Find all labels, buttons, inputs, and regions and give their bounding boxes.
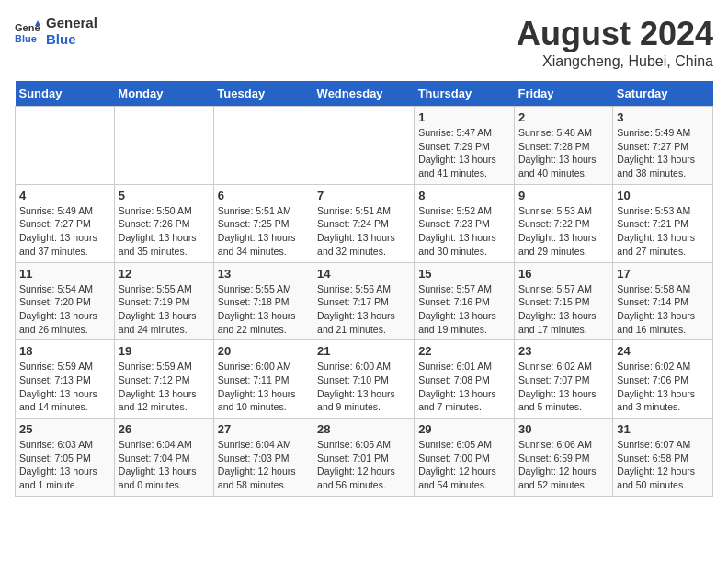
day-info: Sunrise: 6:04 AM Sunset: 7:04 PM Dayligh… — [119, 438, 210, 492]
day-info: Sunrise: 5:51 AM Sunset: 7:24 PM Dayligh… — [317, 204, 410, 259]
day-info: Sunrise: 5:58 AM Sunset: 7:14 PM Dayligh… — [617, 282, 709, 337]
calendar-cell: 6Sunrise: 5:51 AM Sunset: 7:25 PM Daylig… — [213, 184, 313, 262]
day-number: 22 — [418, 344, 510, 358]
calendar-cell: 17Sunrise: 5:58 AM Sunset: 7:14 PM Dayli… — [613, 262, 713, 340]
col-header-thursday: Thursday — [415, 81, 515, 107]
logo-line2: Blue — [46, 31, 97, 48]
calendar-cell: 29Sunrise: 6:05 AM Sunset: 7:00 PM Dayli… — [415, 419, 515, 497]
day-info: Sunrise: 5:55 AM Sunset: 7:18 PM Dayligh… — [218, 282, 309, 337]
calendar-cell: 11Sunrise: 5:54 AM Sunset: 7:20 PM Dayli… — [16, 262, 115, 340]
calendar-cell — [114, 107, 213, 185]
calendar-cell: 4Sunrise: 5:49 AM Sunset: 7:27 PM Daylig… — [16, 184, 115, 262]
calendar-cell: 21Sunrise: 6:00 AM Sunset: 7:10 PM Dayli… — [313, 340, 415, 419]
day-info: Sunrise: 5:59 AM Sunset: 7:12 PM Dayligh… — [119, 360, 210, 414]
day-info: Sunrise: 6:02 AM Sunset: 7:07 PM Dayligh… — [518, 360, 609, 414]
day-info: Sunrise: 5:47 AM Sunset: 7:29 PM Dayligh… — [418, 126, 510, 180]
day-info: Sunrise: 5:56 AM Sunset: 7:17 PM Dayligh… — [317, 282, 410, 337]
day-info: Sunrise: 5:54 AM Sunset: 7:20 PM Dayligh… — [19, 282, 110, 337]
calendar-cell — [313, 107, 415, 185]
calendar-cell: 22Sunrise: 6:01 AM Sunset: 7:08 PM Dayli… — [415, 340, 515, 419]
day-number: 7 — [317, 189, 410, 202]
day-info: Sunrise: 5:49 AM Sunset: 7:27 PM Dayligh… — [617, 126, 709, 180]
calendar-cell: 18Sunrise: 5:59 AM Sunset: 7:13 PM Dayli… — [16, 340, 115, 419]
day-number: 1 — [418, 110, 510, 124]
day-info: Sunrise: 6:05 AM Sunset: 7:01 PM Dayligh… — [317, 438, 410, 492]
calendar-table: SundayMondayTuesdayWednesdayThursdayFrid… — [15, 81, 713, 497]
calendar-cell: 16Sunrise: 5:57 AM Sunset: 7:15 PM Dayli… — [514, 262, 612, 340]
day-info: Sunrise: 6:04 AM Sunset: 7:03 PM Dayligh… — [218, 438, 309, 492]
day-number: 25 — [19, 422, 110, 436]
day-number: 4 — [19, 189, 110, 202]
calendar-cell: 10Sunrise: 5:53 AM Sunset: 7:21 PM Dayli… — [613, 184, 713, 262]
day-number: 27 — [218, 422, 309, 436]
col-header-monday: Monday — [114, 81, 213, 107]
col-header-saturday: Saturday — [613, 81, 713, 107]
logo: General Blue General Blue — [15, 15, 97, 48]
calendar-cell: 28Sunrise: 6:05 AM Sunset: 7:01 PM Dayli… — [313, 419, 415, 497]
calendar-cell: 7Sunrise: 5:51 AM Sunset: 7:24 PM Daylig… — [313, 184, 415, 262]
logo-line1: General — [46, 15, 97, 31]
calendar-cell: 9Sunrise: 5:53 AM Sunset: 7:22 PM Daylig… — [514, 184, 612, 262]
day-number: 15 — [418, 267, 510, 281]
calendar-cell: 20Sunrise: 6:00 AM Sunset: 7:11 PM Dayli… — [213, 340, 313, 419]
col-header-wednesday: Wednesday — [313, 81, 415, 107]
day-number: 24 — [617, 344, 709, 358]
calendar-cell: 5Sunrise: 5:50 AM Sunset: 7:26 PM Daylig… — [114, 184, 213, 262]
calendar-cell: 2Sunrise: 5:48 AM Sunset: 7:28 PM Daylig… — [514, 107, 612, 185]
day-number: 20 — [218, 344, 309, 358]
day-info: Sunrise: 5:51 AM Sunset: 7:25 PM Dayligh… — [218, 204, 309, 259]
day-number: 2 — [518, 110, 609, 124]
calendar-cell: 15Sunrise: 5:57 AM Sunset: 7:16 PM Dayli… — [415, 262, 515, 340]
day-number: 18 — [19, 344, 110, 358]
calendar-cell — [16, 107, 115, 185]
day-info: Sunrise: 5:59 AM Sunset: 7:13 PM Dayligh… — [19, 360, 110, 414]
day-info: Sunrise: 6:07 AM Sunset: 6:58 PM Dayligh… — [617, 438, 709, 492]
calendar-cell: 13Sunrise: 5:55 AM Sunset: 7:18 PM Dayli… — [213, 262, 313, 340]
main-title: August 2024 — [517, 15, 713, 53]
svg-text:Blue: Blue — [15, 33, 37, 44]
day-number: 12 — [119, 267, 210, 281]
subtitle: Xiangcheng, Hubei, China — [517, 53, 713, 70]
day-info: Sunrise: 6:01 AM Sunset: 7:08 PM Dayligh… — [418, 360, 510, 414]
day-number: 26 — [119, 422, 210, 436]
day-number: 16 — [518, 267, 609, 281]
day-number: 19 — [119, 344, 210, 358]
day-number: 5 — [119, 189, 210, 202]
day-info: Sunrise: 6:00 AM Sunset: 7:10 PM Dayligh… — [317, 360, 410, 414]
day-number: 21 — [317, 344, 410, 358]
day-info: Sunrise: 5:57 AM Sunset: 7:16 PM Dayligh… — [418, 282, 510, 337]
day-info: Sunrise: 5:48 AM Sunset: 7:28 PM Dayligh… — [518, 126, 609, 180]
calendar-cell: 1Sunrise: 5:47 AM Sunset: 7:29 PM Daylig… — [415, 107, 515, 185]
day-number: 11 — [19, 267, 110, 281]
calendar-cell: 3Sunrise: 5:49 AM Sunset: 7:27 PM Daylig… — [613, 107, 713, 185]
day-number: 28 — [317, 422, 410, 436]
page-header: General Blue General Blue August 2024 Xi… — [15, 15, 713, 70]
day-number: 10 — [617, 189, 709, 202]
col-header-tuesday: Tuesday — [213, 81, 313, 107]
calendar-cell: 23Sunrise: 6:02 AM Sunset: 7:07 PM Dayli… — [514, 340, 612, 419]
calendar-cell: 26Sunrise: 6:04 AM Sunset: 7:04 PM Dayli… — [114, 419, 213, 497]
day-number: 23 — [518, 344, 609, 358]
calendar-cell: 19Sunrise: 5:59 AM Sunset: 7:12 PM Dayli… — [114, 340, 213, 419]
col-header-friday: Friday — [514, 81, 612, 107]
day-info: Sunrise: 5:53 AM Sunset: 7:21 PM Dayligh… — [617, 204, 709, 259]
logo-icon: General Blue — [15, 18, 40, 44]
day-info: Sunrise: 5:57 AM Sunset: 7:15 PM Dayligh… — [518, 282, 609, 337]
calendar-cell: 31Sunrise: 6:07 AM Sunset: 6:58 PM Dayli… — [613, 419, 713, 497]
day-info: Sunrise: 6:02 AM Sunset: 7:06 PM Dayligh… — [617, 360, 709, 414]
day-number: 14 — [317, 267, 410, 281]
day-number: 3 — [617, 110, 709, 124]
day-number: 8 — [418, 189, 510, 202]
calendar-cell: 25Sunrise: 6:03 AM Sunset: 7:05 PM Dayli… — [16, 419, 115, 497]
day-number: 17 — [617, 267, 709, 281]
day-info: Sunrise: 6:06 AM Sunset: 6:59 PM Dayligh… — [518, 438, 609, 492]
day-info: Sunrise: 5:55 AM Sunset: 7:19 PM Dayligh… — [119, 282, 210, 337]
day-info: Sunrise: 5:52 AM Sunset: 7:23 PM Dayligh… — [418, 204, 510, 259]
day-info: Sunrise: 5:49 AM Sunset: 7:27 PM Dayligh… — [19, 204, 110, 259]
calendar-cell: 8Sunrise: 5:52 AM Sunset: 7:23 PM Daylig… — [415, 184, 515, 262]
day-info: Sunrise: 5:53 AM Sunset: 7:22 PM Dayligh… — [518, 204, 609, 259]
day-info: Sunrise: 6:05 AM Sunset: 7:00 PM Dayligh… — [418, 438, 510, 492]
calendar-cell: 12Sunrise: 5:55 AM Sunset: 7:19 PM Dayli… — [114, 262, 213, 340]
calendar-cell: 30Sunrise: 6:06 AM Sunset: 6:59 PM Dayli… — [514, 419, 612, 497]
day-number: 9 — [518, 189, 609, 202]
